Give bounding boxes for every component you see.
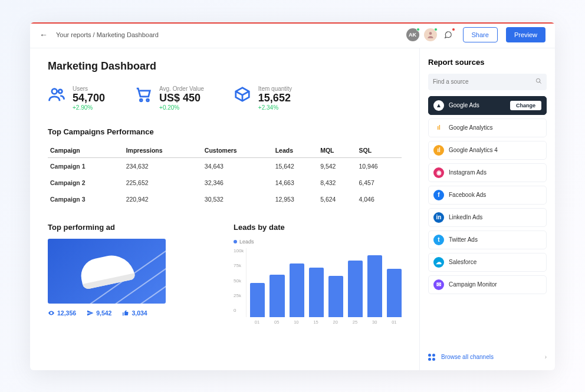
table-cell: 30,532 (202, 191, 273, 207)
eye-icon (48, 309, 55, 317)
metric-users: Users 54,700 +2.90% (48, 85, 105, 111)
legend-label: Leads (239, 239, 254, 245)
table-cell: 32,346 (202, 174, 273, 191)
ad-clicks: 9,542 (87, 309, 111, 317)
source-name: Google Analytics (449, 124, 493, 131)
table-header: MQL (318, 143, 356, 158)
source-name: Google Analytics 4 (449, 147, 498, 153)
source-item[interactable]: ☁Salesforce (428, 253, 547, 272)
table-cell: 10,946 (356, 158, 402, 175)
x-tick: 01 (387, 319, 402, 325)
source-name: LinkedIn Ads (449, 214, 482, 220)
source-item[interactable]: ▲Google AdsChange (428, 96, 547, 115)
source-search[interactable] (428, 74, 547, 90)
metric-change: +0.20% (159, 104, 204, 111)
avatar-initials: AK (409, 32, 416, 38)
metric-value: US$ 450 (159, 92, 204, 105)
metric-change: +2.90% (73, 104, 105, 111)
source-icon: ☁ (433, 257, 444, 268)
search-input[interactable] (433, 78, 535, 85)
avatar-user-ak[interactable]: AK (406, 28, 419, 41)
table-cell: 9,542 (318, 158, 356, 175)
ad-views-value: 12,356 (57, 309, 76, 317)
change-button[interactable]: Change (510, 101, 541, 110)
table-header: Leads (273, 143, 318, 158)
sidebar-title: Report sources (428, 58, 547, 67)
notification-dot-icon (452, 28, 455, 31)
browse-all-channels[interactable]: Browse all channels › (428, 348, 547, 361)
users-icon (48, 85, 65, 103)
source-item[interactable]: ılGoogle Analytics 4 (428, 141, 547, 160)
svg-point-1 (52, 88, 57, 94)
ad-views: 12,356 (48, 309, 76, 317)
chart-bar[interactable] (367, 255, 382, 317)
table-cell: 8,432 (318, 174, 356, 191)
source-item[interactable]: ✉Campaign Monitor (428, 275, 547, 294)
top-ad-title: Top performing ad (48, 223, 216, 232)
main-panel: Marketing Dashboard Users 54,700 +2.90% … (30, 48, 419, 370)
source-item[interactable]: fFacebook Ads (428, 186, 547, 205)
table-cell: 4,046 (356, 191, 402, 207)
metrics-row: Users 54,700 +2.90% Avg. Order Value US$… (48, 85, 402, 111)
search-icon (535, 78, 542, 85)
chart-bar[interactable] (250, 283, 265, 318)
source-name: Salesforce (449, 259, 476, 265)
table-row[interactable]: Campaign 2225,65232,34614,6638,4326,457 (48, 174, 402, 191)
chart-bar[interactable] (270, 275, 284, 318)
svg-point-2 (58, 89, 62, 93)
chart-bar[interactable] (387, 269, 402, 317)
chart-area: 100k75k50k25k0 0105101520253001 (234, 248, 402, 325)
person-icon (426, 31, 435, 39)
x-tick: 05 (270, 319, 284, 325)
source-item[interactable]: tTwitter Ads (428, 230, 547, 249)
share-button[interactable]: Share (463, 27, 498, 42)
y-tick: 0 (234, 308, 244, 313)
source-item[interactable]: ılGoogle Analytics (428, 118, 547, 137)
cart-icon (134, 85, 152, 103)
source-icon: ıl (433, 145, 444, 156)
ad-image[interactable] (48, 239, 166, 304)
table-cell: 220,942 (124, 191, 202, 207)
chart-bar[interactable] (328, 276, 343, 317)
chat-button[interactable] (442, 28, 455, 41)
preview-button[interactable]: Preview (506, 27, 545, 42)
shoe-illustration (78, 251, 136, 290)
source-item[interactable]: inLinkedIn Ads (428, 208, 547, 227)
presence-dot-icon (416, 28, 420, 31)
svg-point-3 (140, 99, 142, 101)
table-cell: 5,624 (318, 191, 356, 207)
x-tick: 15 (308, 319, 323, 325)
chart-bar[interactable] (348, 261, 363, 317)
svg-point-4 (147, 99, 149, 101)
source-name: Campaign Monitor (449, 281, 497, 288)
source-name: Facebook Ads (449, 192, 486, 198)
metric-value: 54,700 (73, 92, 105, 105)
x-tick: 01 (249, 319, 264, 325)
source-icon: f (433, 190, 444, 200)
avatar-user-photo[interactable] (424, 28, 437, 41)
chart-bar[interactable] (309, 268, 324, 317)
send-icon (87, 309, 94, 317)
campaigns-title: Top Campaigns Performance (48, 127, 402, 136)
chevron-right-icon: › (545, 354, 547, 360)
source-item[interactable]: ◉Instagram Ads (428, 163, 547, 182)
back-arrow-icon[interactable]: ← (40, 30, 48, 39)
breadcrumb[interactable]: Your reports / Marketing Dashboard (56, 31, 159, 38)
table-row[interactable]: Campaign 1234,63234,64315,6429,54210,946 (48, 158, 402, 175)
table-header: Campaign (48, 143, 124, 158)
table-header: Customers (202, 143, 273, 158)
table-cell: 15,642 (273, 158, 318, 175)
table-cell: Campaign 3 (48, 191, 124, 207)
grid-icon (428, 354, 435, 361)
ad-likes-value: 3,034 (132, 309, 147, 317)
table-cell: Campaign 1 (48, 158, 124, 175)
source-icon: ıl (433, 123, 444, 133)
source-name: Twitter Ads (449, 236, 478, 243)
table-cell: Campaign 2 (48, 174, 124, 191)
table-header: Impressions (124, 143, 202, 158)
top-ad-panel: Top performing ad 12,356 (48, 223, 216, 325)
y-tick: 25k (234, 293, 244, 298)
table-row[interactable]: Campaign 3220,94230,53212,9535,6244,046 (48, 191, 402, 207)
metric-aov: Avg. Order Value US$ 450 +0.20% (134, 85, 204, 111)
chart-bar[interactable] (290, 263, 304, 317)
